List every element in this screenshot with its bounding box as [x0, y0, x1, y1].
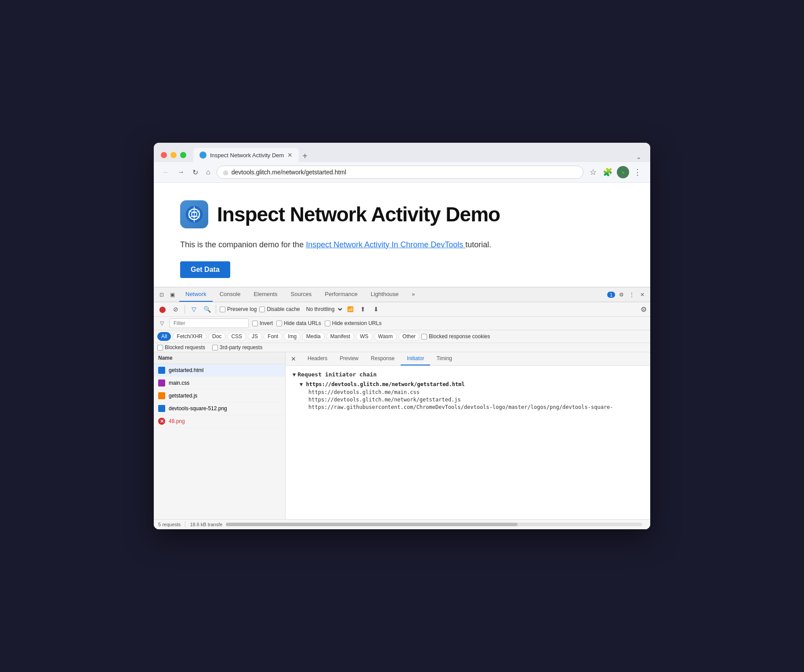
- reload-button[interactable]: ↻: [191, 166, 200, 178]
- wifi-icon: 📶: [346, 305, 355, 314]
- pill-ws[interactable]: WS: [356, 332, 372, 341]
- third-party-label[interactable]: 3rd-party requests: [212, 344, 262, 350]
- extension-button[interactable]: 🧩: [601, 166, 614, 179]
- file-item-devtools-png[interactable]: devtools-square-512.png: [154, 402, 285, 415]
- device-icon[interactable]: ▣: [168, 290, 177, 299]
- extra-filter-bar: Blocked requests 3rd-party requests: [154, 343, 650, 352]
- tab-response[interactable]: Response: [365, 352, 401, 365]
- search-button[interactable]: 🔍: [202, 304, 212, 314]
- filter-icon-button[interactable]: ▽: [188, 304, 199, 314]
- network-settings-icon[interactable]: ⚙: [641, 305, 647, 314]
- tab-more[interactable]: »: [406, 287, 421, 302]
- pill-other[interactable]: Other: [398, 332, 420, 341]
- hide-data-urls-label[interactable]: Hide data URLs: [276, 320, 321, 326]
- file-list: Name getstarted.html main.css getstarted…: [154, 352, 286, 519]
- pill-doc[interactable]: Doc: [208, 332, 225, 341]
- preserve-log-checkbox[interactable]: [220, 307, 225, 312]
- pill-manifest[interactable]: Manifest: [326, 332, 354, 341]
- close-panel-button[interactable]: ✕: [289, 354, 298, 363]
- tutorial-link[interactable]: Inspect Network Activity In Chrome DevTo…: [306, 240, 465, 249]
- bookmark-button[interactable]: ☆: [588, 166, 598, 179]
- export-button[interactable]: ⬇: [371, 304, 381, 314]
- tab-dropdown-button[interactable]: ⌄: [634, 152, 643, 162]
- active-tab[interactable]: 🌐 Inspect Network Activity Dem ✕: [193, 148, 299, 162]
- hide-data-urls-checkbox[interactable]: [276, 321, 282, 326]
- chain-sub-url-2: https://devtools.glitch.me/network/getst…: [308, 397, 643, 403]
- new-tab-button[interactable]: +: [299, 150, 311, 162]
- pill-font[interactable]: Font: [264, 332, 282, 341]
- import-button[interactable]: ⬆: [358, 304, 368, 314]
- file-item-getstarted-js[interactable]: getstarted.js: [154, 390, 285, 402]
- pill-js[interactable]: JS: [248, 332, 262, 341]
- tab-network[interactable]: Network: [179, 287, 213, 302]
- clear-button[interactable]: ⊘: [170, 304, 181, 314]
- inspect-icon[interactable]: ⊡: [157, 290, 166, 299]
- file-item-main-css[interactable]: main.css: [154, 377, 285, 390]
- tab-initiator[interactable]: Initiator: [401, 352, 430, 365]
- throttle-select[interactable]: No throttling: [303, 305, 344, 314]
- devtools-tab-icons: ⊡ ▣: [157, 290, 177, 299]
- maximize-traffic-light[interactable]: [180, 152, 186, 158]
- browser-window: 🌐 Inspect Network Activity Dem ✕ + ⌄ ← →…: [154, 143, 650, 529]
- page-header: Inspect Network Activity Demo: [180, 200, 624, 228]
- scrollbar-track[interactable]: [226, 523, 642, 526]
- get-data-button[interactable]: Get Data: [180, 261, 230, 278]
- disable-cache-label[interactable]: Disable cache: [259, 306, 300, 312]
- profile-avatar[interactable]: 🦎: [617, 166, 629, 178]
- file-name: getstarted.js: [169, 393, 197, 399]
- back-button[interactable]: ←: [161, 166, 171, 178]
- preserve-log-label[interactable]: Preserve log: [220, 306, 257, 312]
- tab-performance[interactable]: Performance: [319, 287, 363, 302]
- pill-img[interactable]: Img: [284, 332, 301, 341]
- filter-icon: ▽: [157, 319, 166, 328]
- devtools-more-icon[interactable]: ⋮: [627, 290, 636, 299]
- blocked-requests-label[interactable]: Blocked requests: [157, 344, 205, 350]
- home-button[interactable]: ⌂: [204, 166, 212, 178]
- blocked-cookies-label[interactable]: Blocked response cookies: [421, 333, 490, 340]
- devtools-close-icon[interactable]: ✕: [638, 290, 647, 299]
- png-file-icon: [158, 405, 165, 412]
- blocked-cookies-checkbox[interactable]: [421, 334, 427, 340]
- file-name: 48.png: [169, 418, 185, 424]
- pill-css[interactable]: CSS: [227, 332, 246, 341]
- tab-console[interactable]: Console: [214, 287, 247, 302]
- address-bar[interactable]: ◎ devtools.glitch.me/network/getstarted.…: [217, 166, 583, 179]
- tab-preview[interactable]: Preview: [333, 352, 365, 365]
- record-stop-button[interactable]: ⬤: [157, 304, 168, 314]
- file-item-48-png[interactable]: ✕ 48.png: [154, 415, 285, 428]
- pill-media[interactable]: Media: [302, 332, 325, 341]
- pill-fetch-xhr[interactable]: Fetch/XHR: [173, 332, 206, 341]
- tab-close-button[interactable]: ✕: [287, 152, 293, 158]
- file-item-getstarted-html[interactable]: getstarted.html: [154, 364, 285, 377]
- pill-wasm[interactable]: Wasm: [374, 332, 397, 341]
- tab-elements[interactable]: Elements: [247, 287, 283, 302]
- third-party-checkbox[interactable]: [212, 345, 218, 350]
- devtools-tabs: ⊡ ▣ Network Console Elements Sources Per…: [154, 287, 650, 302]
- pill-all[interactable]: All: [157, 332, 171, 341]
- request-chain-title: ▼ Request initiator chain: [293, 371, 643, 378]
- filter-input[interactable]: [170, 318, 249, 328]
- title-bar: 🌐 Inspect Network Activity Dem ✕ + ⌄: [154, 143, 650, 162]
- invert-label[interactable]: Invert: [252, 320, 273, 326]
- minimize-traffic-light[interactable]: [170, 152, 177, 158]
- console-badge: 1: [607, 292, 615, 298]
- file-name: devtools-square-512.png: [169, 405, 227, 412]
- tab-headers[interactable]: Headers: [301, 352, 333, 365]
- devtools-settings-icon[interactable]: ⚙: [617, 290, 626, 299]
- css-file-icon: [158, 379, 165, 387]
- menu-button[interactable]: ⋮: [632, 166, 643, 179]
- hide-ext-urls-checkbox[interactable]: [325, 321, 330, 326]
- invert-checkbox[interactable]: [252, 321, 258, 326]
- chain-sub-url-3: https://raw.githubusercontent.com/Chrome…: [308, 404, 643, 410]
- hide-ext-urls-label[interactable]: Hide extension URLs: [325, 320, 382, 326]
- disable-cache-checkbox[interactable]: [259, 307, 265, 312]
- forward-button[interactable]: →: [176, 166, 186, 178]
- tab-title: Inspect Network Activity Dem: [210, 152, 284, 159]
- tab-sources[interactable]: Sources: [285, 287, 318, 302]
- tab-timing[interactable]: Timing: [430, 352, 458, 365]
- scrollbar-thumb[interactable]: [226, 523, 517, 526]
- toolbar-separator-1: [185, 305, 185, 314]
- blocked-requests-checkbox[interactable]: [157, 345, 163, 350]
- close-traffic-light[interactable]: [161, 152, 167, 158]
- tab-lighthouse[interactable]: Lighthouse: [365, 287, 405, 302]
